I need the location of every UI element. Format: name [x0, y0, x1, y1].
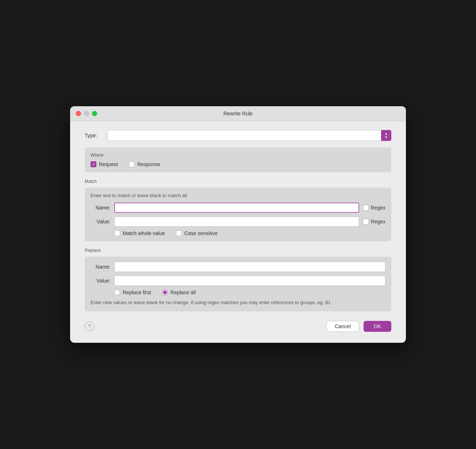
match-section: Match Enter text to match or leave blank… [85, 179, 391, 241]
replace-value-label: Value: [91, 278, 111, 284]
traffic-lights [76, 111, 97, 116]
match-whole-value-item: Match whole value [114, 230, 165, 236]
replace-radio-row: Replace first Replace all [91, 289, 385, 295]
match-whole-value-label: Match whole value [123, 230, 165, 236]
match-name-row: Name: Regex [91, 203, 385, 213]
response-checkbox[interactable] [129, 161, 135, 167]
type-label: Type: [85, 133, 103, 138]
match-name-input[interactable] [114, 203, 359, 213]
replace-value-input[interactable] [114, 276, 385, 286]
match-label: Match [85, 179, 391, 184]
where-label: Where [91, 153, 385, 158]
request-label: Request [99, 161, 118, 167]
cancel-button[interactable]: Cancel [326, 321, 359, 332]
replace-first-label: Replace first [123, 289, 151, 295]
match-name-regex-label: Regex [371, 205, 385, 211]
where-section: Where Request Response [85, 147, 391, 172]
match-options-row: Match whole value Case sensitive [91, 230, 385, 236]
match-value-regex-label: Regex [371, 219, 385, 224]
replace-all-label: Replace all [170, 289, 196, 295]
replace-box: Name: Value: Replace first Re [85, 257, 391, 311]
rewrite-rule-dialog: Rewrite Rule Type: ▲ ▼ Where Request [70, 106, 406, 343]
where-checkbox-row: Request Response [91, 161, 385, 167]
match-name-label: Name: [91, 205, 111, 211]
footer: ? Cancel OK [85, 317, 391, 332]
help-button[interactable]: ? [85, 322, 94, 331]
replace-value-row: Value: [91, 276, 385, 286]
replace-hint: Enter new values or leave blank for no c… [91, 299, 385, 306]
replace-all-radio[interactable] [162, 289, 168, 295]
response-item: Response [129, 161, 160, 167]
footer-buttons: Cancel OK [326, 321, 391, 332]
type-select[interactable] [107, 130, 391, 141]
minimize-button[interactable] [84, 111, 89, 116]
request-checkbox[interactable] [91, 161, 96, 167]
type-row: Type: ▲ ▼ [85, 130, 391, 141]
replace-name-label: Name: [91, 264, 111, 270]
window-title: Rewrite Rule [223, 111, 253, 116]
replace-all-item: Replace all [162, 289, 196, 295]
response-label: Response [137, 161, 160, 167]
maximize-button[interactable] [92, 111, 97, 116]
ok-button[interactable]: OK [364, 321, 391, 332]
match-name-regex: Regex [363, 205, 385, 211]
close-button[interactable] [76, 111, 81, 116]
replace-first-radio[interactable] [114, 289, 120, 295]
type-select-wrapper: ▲ ▼ [107, 130, 391, 141]
match-whole-value-checkbox[interactable] [114, 230, 120, 236]
case-sensitive-item: Case sensitive [176, 230, 218, 236]
match-value-label: Value: [91, 219, 111, 224]
match-value-regex-checkbox[interactable] [363, 219, 369, 224]
match-box: Enter text to match or leave blank to ma… [85, 188, 391, 241]
match-value-regex: Regex [363, 219, 385, 224]
replace-name-row: Name: [91, 262, 385, 272]
request-item: Request [91, 161, 118, 167]
replace-first-item: Replace first [114, 289, 151, 295]
match-name-regex-checkbox[interactable] [363, 205, 369, 211]
match-value-row: Value: Regex [91, 216, 385, 227]
match-value-input[interactable] [114, 216, 359, 227]
replace-name-input[interactable] [114, 262, 385, 272]
replace-label: Replace [85, 248, 391, 253]
case-sensitive-checkbox[interactable] [176, 230, 182, 236]
dialog-content: Type: ▲ ▼ Where Request Response [70, 121, 406, 343]
titlebar: Rewrite Rule [70, 106, 406, 121]
replace-section: Replace Name: Value: Replace first [85, 248, 391, 311]
match-hint: Enter text to match or leave blank to ma… [91, 193, 385, 198]
case-sensitive-label: Case sensitive [184, 230, 218, 236]
